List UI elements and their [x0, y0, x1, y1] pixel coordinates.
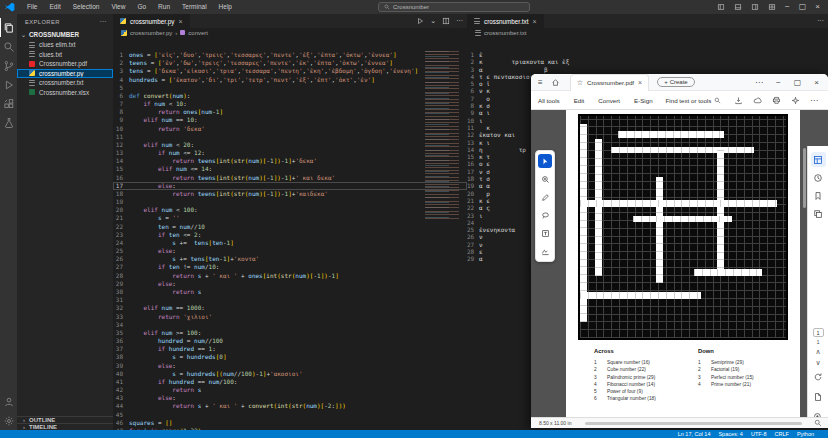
code-line[interactable]: 21 s = '': [113, 214, 467, 222]
breadcrumb-1[interactable]: crossnumber.py › convert: [113, 28, 467, 37]
breadcrumb-2[interactable]: crossnumber.txt: [467, 28, 828, 37]
zoom-tool-icon[interactable]: [538, 172, 552, 186]
code-line[interactable]: 33 return 'χιλιοι': [113, 313, 467, 321]
code-line[interactable]: 46squares = []: [113, 419, 467, 427]
python-code-editor[interactable]: 1ones = ['εἰς','δυο','τρεις','τεσσαρες',…: [113, 51, 467, 430]
marquee-zoom-icon[interactable]: [814, 419, 822, 427]
customize-layout-icon[interactable]: [768, 3, 776, 11]
tab-crossnumber-py[interactable]: crossnumber.py ×: [113, 14, 191, 28]
account-icon[interactable]: [0, 392, 17, 411]
code-line[interactable]: 39 else:: [113, 362, 467, 370]
code-line[interactable]: 37 if hundred == 1:: [113, 345, 467, 353]
menu-selection[interactable]: Selection: [67, 0, 106, 14]
code-line[interactable]: 44 return s + ' και ' + convert(int(str(…: [113, 402, 467, 410]
code-line[interactable]: 40 s = hundreds[(num//100)-1]+'ακοσιοι': [113, 370, 467, 378]
code-line[interactable]: 12 elif num < 20:: [113, 141, 467, 149]
status-item[interactable]: Spaces: 4: [718, 431, 742, 437]
code-line[interactable]: 16 return teens[int(str(num)[-1])-1]+' κ…: [113, 174, 467, 182]
run-python-file-icon[interactable]: [416, 17, 424, 25]
pdf-document-tab[interactable]: ☆ Crossnumber.pdf ×: [570, 74, 650, 91]
select-tool-icon[interactable]: [538, 154, 552, 168]
status-item[interactable]: UTF-8: [751, 431, 767, 437]
code-line[interactable]: 31: [113, 296, 467, 304]
code-line[interactable]: 29 else:: [113, 280, 467, 288]
thumbnails-panel-icon[interactable]: [811, 152, 826, 167]
code-line[interactable]: 18 return teens[int(str(num)[-1])-1]+'κα…: [113, 190, 467, 198]
previous-page-icon[interactable]: ∧: [815, 347, 820, 356]
acrobat-menu-all-tools[interactable]: All tools: [531, 97, 567, 104]
minimize-button[interactable]: −: [785, 0, 790, 14]
print-icon[interactable]: [772, 96, 781, 105]
cloud-icon[interactable]: [753, 96, 762, 105]
search-icon[interactable]: [0, 37, 17, 56]
code-line[interactable]: 13 if num <= 12:: [113, 149, 467, 157]
run-debug-icon[interactable]: [0, 75, 17, 94]
status-item[interactable]: Python: [797, 431, 814, 437]
toggle-sidebar-icon[interactable]: [717, 3, 725, 11]
code-line[interactable]: 2teens = ['ἑν','δω','τρεις','τεσσαρες','…: [113, 59, 467, 67]
hamburger-menu-icon[interactable]: ≡: [538, 78, 543, 87]
sparkle-icon[interactable]: [791, 96, 800, 105]
code-line[interactable]: 32 elif num == 1000:: [113, 304, 467, 312]
explorer-more-icon[interactable]: ⋯: [100, 18, 107, 26]
next-page-icon[interactable]: ∨: [815, 358, 820, 367]
file-crossnumber.pdf[interactable]: Crossnumber.pdf: [17, 59, 113, 69]
rotate-icon[interactable]: [811, 369, 826, 384]
toggle-secondary-sidebar-icon[interactable]: [751, 3, 759, 11]
maximize-button[interactable]: ▢: [794, 78, 802, 87]
section-outline[interactable]: ›OUTLINE: [17, 416, 113, 423]
page-number-input[interactable]: 1: [813, 328, 824, 337]
code-line[interactable]: 22 ten = num//10: [113, 223, 467, 231]
more-options-icon[interactable]: ⋯: [755, 78, 763, 87]
code-line[interactable]: 45: [113, 411, 467, 419]
file-clues.txt[interactable]: clues.txt: [17, 50, 113, 60]
code-line[interactable]: 15 elif num <= 14:: [113, 165, 467, 173]
text-line[interactable]: 2κ τριακοντα και ἑξ: [467, 58, 828, 65]
find-tool[interactable]: Find text or tools: [666, 97, 722, 104]
star-icon[interactable]: ☆: [577, 79, 583, 87]
close-tab-icon[interactable]: ×: [532, 18, 536, 25]
code-line[interactable]: 28 return s + ' και ' + ones[int(str(num…: [113, 272, 467, 280]
code-line[interactable]: 35 elif num >= 100:: [113, 329, 467, 337]
minimize-button[interactable]: −: [776, 78, 781, 87]
menu-help[interactable]: Help: [213, 0, 238, 14]
add-text-tool-icon[interactable]: [538, 226, 552, 240]
code-line[interactable]: 20 elif num < 100:: [113, 206, 467, 214]
close-button[interactable]: ×: [815, 0, 820, 14]
section-timeline[interactable]: ›TIMELINE: [17, 423, 113, 430]
close-button[interactable]: ×: [814, 78, 819, 87]
save-icon[interactable]: [734, 96, 743, 105]
status-item[interactable]: CRLF: [775, 431, 789, 437]
bookmark-panel-icon[interactable]: [811, 188, 826, 203]
minimap[interactable]: [425, 51, 465, 221]
folder-row[interactable]: ⌄ CROSSNUMBER: [17, 29, 113, 40]
code-line[interactable]: 1ones = ['εἰς','δυο','τρεις','τεσσαρες',…: [113, 51, 467, 59]
code-line[interactable]: 30 return s: [113, 288, 467, 296]
file-crossnumber.txt[interactable]: crossnumber.txt: [17, 78, 113, 88]
create-button[interactable]: + Create: [657, 77, 695, 87]
acrobat-menu-e-sign[interactable]: E-Sign: [627, 97, 660, 104]
tab-crossnumber-txt[interactable]: crossnumber.txt ×: [467, 14, 545, 28]
code-line[interactable]: 24 s += tens[ten-1]: [113, 239, 467, 247]
toggle-panel-icon[interactable]: [734, 3, 742, 11]
code-line[interactable]: 23 if ten <= 2:: [113, 231, 467, 239]
code-line[interactable]: 10 return 'δεκα': [113, 125, 467, 133]
export-pdf-icon[interactable]: [811, 389, 826, 404]
menu-terminal[interactable]: Terminal: [176, 0, 213, 14]
explorer-icon[interactable]: [0, 18, 17, 37]
clock-panel-icon[interactable]: [811, 170, 826, 185]
code-line[interactable]: 5: [113, 84, 467, 92]
home-icon[interactable]: [551, 78, 560, 87]
more-actions-icon[interactable]: ⋯: [817, 17, 824, 25]
code-line[interactable]: 27 if ten != num/10:: [113, 263, 467, 271]
code-line[interactable]: 34: [113, 321, 467, 329]
extensions-icon[interactable]: [0, 94, 17, 113]
code-line[interactable]: 25 else:: [113, 247, 467, 255]
horizontal-scrollbar[interactable]: [585, 422, 802, 425]
code-line[interactable]: 8 return ones[num-1]: [113, 108, 467, 116]
code-line[interactable]: 3tens = ['δεκα','εἰκοσι','τρια','τεσσαρα…: [113, 67, 467, 75]
menu-run[interactable]: Run: [152, 0, 176, 14]
command-center-search[interactable]: Crossnumber: [378, 2, 530, 12]
more-icon[interactable]: ⋯: [810, 96, 818, 105]
code-line[interactable]: 17 else:: [113, 182, 467, 190]
